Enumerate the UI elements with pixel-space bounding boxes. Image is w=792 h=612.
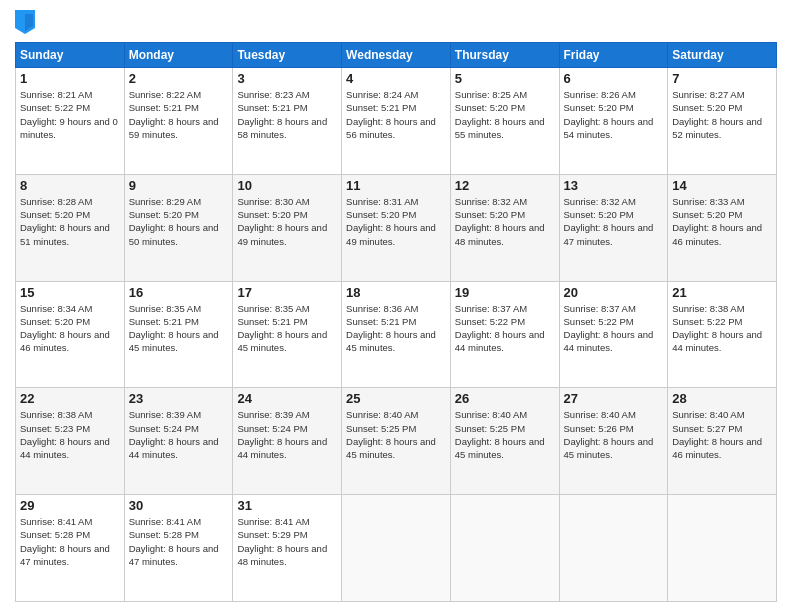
calendar-cell: 13 Sunrise: 8:32 AM Sunset: 5:20 PM Dayl… <box>559 174 668 281</box>
day-number: 29 <box>20 498 120 513</box>
calendar-cell: 19 Sunrise: 8:37 AM Sunset: 5:22 PM Dayl… <box>450 281 559 388</box>
day-number: 11 <box>346 178 446 193</box>
sunrise-label: Sunrise: 8:39 AM <box>129 409 201 420</box>
day-info: Sunrise: 8:31 AM Sunset: 5:20 PM Dayligh… <box>346 195 446 248</box>
day-info: Sunrise: 8:21 AM Sunset: 5:22 PM Dayligh… <box>20 88 120 141</box>
sunset-label: Sunset: 5:22 PM <box>455 316 525 327</box>
day-info: Sunrise: 8:24 AM Sunset: 5:21 PM Dayligh… <box>346 88 446 141</box>
daylight-label: Daylight: 8 hours and 46 minutes. <box>672 436 762 460</box>
day-number: 23 <box>129 391 229 406</box>
sunset-label: Sunset: 5:21 PM <box>237 316 307 327</box>
sunset-label: Sunset: 5:20 PM <box>672 209 742 220</box>
sunrise-label: Sunrise: 8:37 AM <box>564 303 636 314</box>
sunrise-label: Sunrise: 8:37 AM <box>455 303 527 314</box>
sunrise-label: Sunrise: 8:32 AM <box>455 196 527 207</box>
calendar-week-row: 29 Sunrise: 8:41 AM Sunset: 5:28 PM Dayl… <box>16 495 777 602</box>
day-info: Sunrise: 8:22 AM Sunset: 5:21 PM Dayligh… <box>129 88 229 141</box>
calendar-cell: 22 Sunrise: 8:38 AM Sunset: 5:23 PM Dayl… <box>16 388 125 495</box>
calendar-cell: 27 Sunrise: 8:40 AM Sunset: 5:26 PM Dayl… <box>559 388 668 495</box>
daylight-label: Daylight: 8 hours and 59 minutes. <box>129 116 219 140</box>
sunset-label: Sunset: 5:28 PM <box>20 529 90 540</box>
calendar-week-row: 1 Sunrise: 8:21 AM Sunset: 5:22 PM Dayli… <box>16 68 777 175</box>
daylight-label: Daylight: 8 hours and 47 minutes. <box>129 543 219 567</box>
calendar-cell: 20 Sunrise: 8:37 AM Sunset: 5:22 PM Dayl… <box>559 281 668 388</box>
calendar-cell: 14 Sunrise: 8:33 AM Sunset: 5:20 PM Dayl… <box>668 174 777 281</box>
sunrise-label: Sunrise: 8:40 AM <box>455 409 527 420</box>
sunset-label: Sunset: 5:22 PM <box>672 316 742 327</box>
day-number: 6 <box>564 71 664 86</box>
calendar-cell: 4 Sunrise: 8:24 AM Sunset: 5:21 PM Dayli… <box>342 68 451 175</box>
calendar-cell: 8 Sunrise: 8:28 AM Sunset: 5:20 PM Dayli… <box>16 174 125 281</box>
day-info: Sunrise: 8:25 AM Sunset: 5:20 PM Dayligh… <box>455 88 555 141</box>
day-info: Sunrise: 8:40 AM Sunset: 5:25 PM Dayligh… <box>455 408 555 461</box>
calendar-cell: 11 Sunrise: 8:31 AM Sunset: 5:20 PM Dayl… <box>342 174 451 281</box>
calendar-cell: 16 Sunrise: 8:35 AM Sunset: 5:21 PM Dayl… <box>124 281 233 388</box>
day-number: 14 <box>672 178 772 193</box>
calendar-cell: 18 Sunrise: 8:36 AM Sunset: 5:21 PM Dayl… <box>342 281 451 388</box>
day-number: 18 <box>346 285 446 300</box>
day-info: Sunrise: 8:38 AM Sunset: 5:22 PM Dayligh… <box>672 302 772 355</box>
daylight-label: Daylight: 8 hours and 44 minutes. <box>564 329 654 353</box>
daylight-label: Daylight: 8 hours and 52 minutes. <box>672 116 762 140</box>
day-number: 20 <box>564 285 664 300</box>
day-number: 21 <box>672 285 772 300</box>
daylight-label: Daylight: 8 hours and 54 minutes. <box>564 116 654 140</box>
sunset-label: Sunset: 5:20 PM <box>455 209 525 220</box>
daylight-label: Daylight: 8 hours and 56 minutes. <box>346 116 436 140</box>
day-number: 22 <box>20 391 120 406</box>
day-info: Sunrise: 8:41 AM Sunset: 5:28 PM Dayligh… <box>129 515 229 568</box>
day-info: Sunrise: 8:41 AM Sunset: 5:29 PM Dayligh… <box>237 515 337 568</box>
day-number: 3 <box>237 71 337 86</box>
day-number: 7 <box>672 71 772 86</box>
day-info: Sunrise: 8:28 AM Sunset: 5:20 PM Dayligh… <box>20 195 120 248</box>
daylight-label: Daylight: 8 hours and 58 minutes. <box>237 116 327 140</box>
sunrise-label: Sunrise: 8:23 AM <box>237 89 309 100</box>
day-number: 30 <box>129 498 229 513</box>
daylight-label: Daylight: 8 hours and 44 minutes. <box>237 436 327 460</box>
logo-icon <box>15 10 35 34</box>
day-number: 8 <box>20 178 120 193</box>
calendar-cell: 26 Sunrise: 8:40 AM Sunset: 5:25 PM Dayl… <box>450 388 559 495</box>
sunrise-label: Sunrise: 8:34 AM <box>20 303 92 314</box>
daylight-label: Daylight: 8 hours and 45 minutes. <box>129 329 219 353</box>
calendar-cell <box>668 495 777 602</box>
sunrise-label: Sunrise: 8:27 AM <box>672 89 744 100</box>
sunset-label: Sunset: 5:24 PM <box>129 423 199 434</box>
calendar-cell: 30 Sunrise: 8:41 AM Sunset: 5:28 PM Dayl… <box>124 495 233 602</box>
day-number: 5 <box>455 71 555 86</box>
day-number: 12 <box>455 178 555 193</box>
sunrise-label: Sunrise: 8:40 AM <box>564 409 636 420</box>
day-number: 25 <box>346 391 446 406</box>
sunset-label: Sunset: 5:21 PM <box>129 102 199 113</box>
day-number: 16 <box>129 285 229 300</box>
sunrise-label: Sunrise: 8:22 AM <box>129 89 201 100</box>
calendar-cell <box>559 495 668 602</box>
daylight-label: Daylight: 8 hours and 44 minutes. <box>455 329 545 353</box>
sunset-label: Sunset: 5:20 PM <box>20 209 90 220</box>
sunrise-label: Sunrise: 8:40 AM <box>672 409 744 420</box>
calendar-cell: 9 Sunrise: 8:29 AM Sunset: 5:20 PM Dayli… <box>124 174 233 281</box>
day-number: 24 <box>237 391 337 406</box>
sunrise-label: Sunrise: 8:40 AM <box>346 409 418 420</box>
day-info: Sunrise: 8:37 AM Sunset: 5:22 PM Dayligh… <box>455 302 555 355</box>
day-number: 9 <box>129 178 229 193</box>
day-number: 17 <box>237 285 337 300</box>
sunset-label: Sunset: 5:20 PM <box>237 209 307 220</box>
day-info: Sunrise: 8:35 AM Sunset: 5:21 PM Dayligh… <box>237 302 337 355</box>
day-info: Sunrise: 8:39 AM Sunset: 5:24 PM Dayligh… <box>129 408 229 461</box>
calendar-cell: 2 Sunrise: 8:22 AM Sunset: 5:21 PM Dayli… <box>124 68 233 175</box>
daylight-label: Daylight: 8 hours and 55 minutes. <box>455 116 545 140</box>
day-info: Sunrise: 8:37 AM Sunset: 5:22 PM Dayligh… <box>564 302 664 355</box>
col-header-tuesday: Tuesday <box>233 43 342 68</box>
calendar-cell: 12 Sunrise: 8:32 AM Sunset: 5:20 PM Dayl… <box>450 174 559 281</box>
daylight-label: Daylight: 8 hours and 44 minutes. <box>20 436 110 460</box>
day-number: 15 <box>20 285 120 300</box>
day-info: Sunrise: 8:35 AM Sunset: 5:21 PM Dayligh… <box>129 302 229 355</box>
calendar-cell: 3 Sunrise: 8:23 AM Sunset: 5:21 PM Dayli… <box>233 68 342 175</box>
sunrise-label: Sunrise: 8:39 AM <box>237 409 309 420</box>
day-number: 13 <box>564 178 664 193</box>
sunset-label: Sunset: 5:21 PM <box>346 102 416 113</box>
sunrise-label: Sunrise: 8:36 AM <box>346 303 418 314</box>
col-header-friday: Friday <box>559 43 668 68</box>
day-number: 1 <box>20 71 120 86</box>
